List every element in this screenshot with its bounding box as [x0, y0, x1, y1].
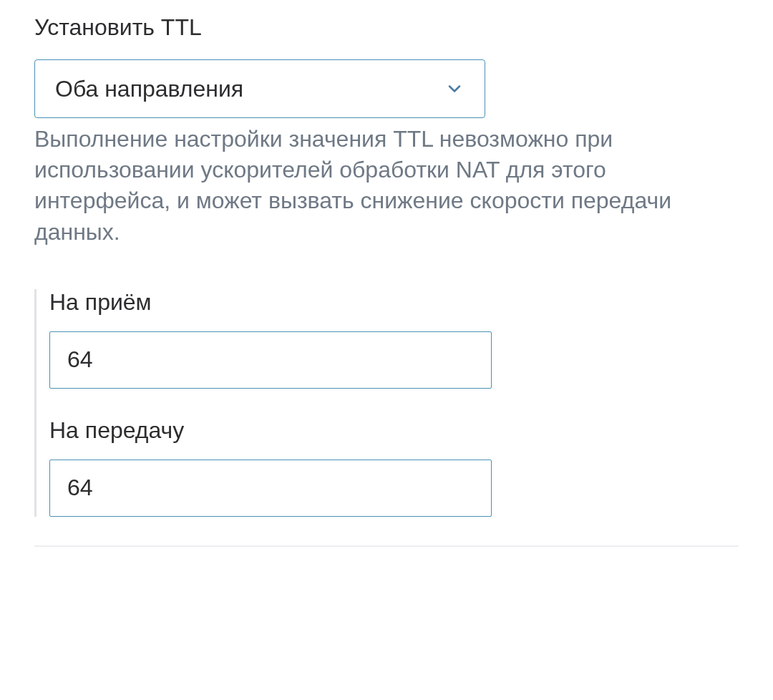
ttl-help-text: Выполнение настройки значения TTL невозм…: [34, 124, 736, 248]
ttl-transmit-label: На передачу: [49, 417, 739, 444]
ttl-receive-field: На приём: [49, 289, 739, 389]
ttl-direction-select[interactable]: Оба направления: [34, 59, 485, 118]
ttl-receive-label: На приём: [49, 289, 739, 316]
ttl-section-title: Установить TTL: [34, 14, 739, 41]
ttl-values-group: На приём На передачу: [34, 289, 739, 517]
section-divider: [34, 545, 739, 547]
ttl-receive-input[interactable]: [49, 331, 492, 389]
ttl-transmit-input[interactable]: [49, 460, 492, 517]
chevron-down-icon: [444, 79, 465, 99]
ttl-transmit-field: На передачу: [49, 417, 739, 517]
ttl-direction-value: Оба направления: [55, 76, 243, 102]
